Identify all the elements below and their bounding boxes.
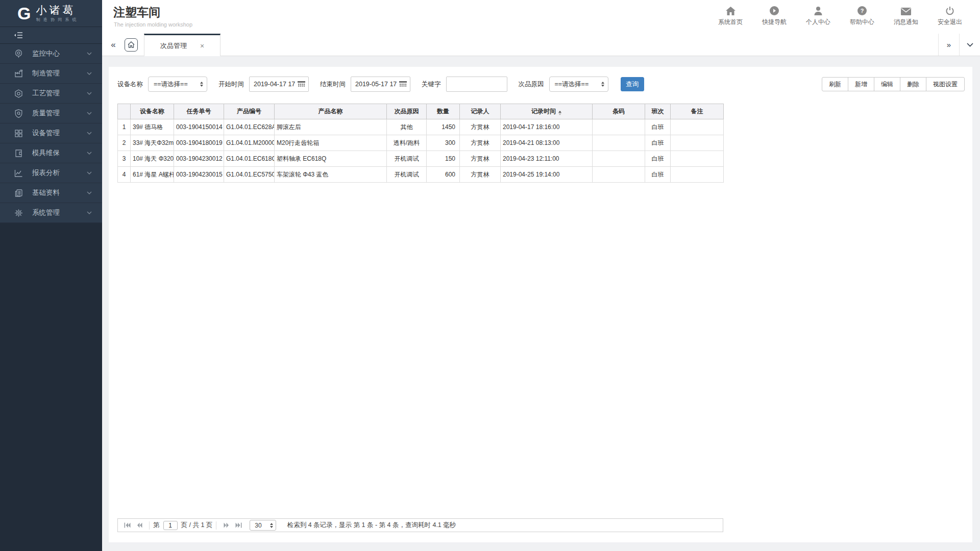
- col-recorder[interactable]: 记录人: [460, 104, 501, 119]
- keyword-input[interactable]: [446, 77, 507, 92]
- nav-system-home[interactable]: 系统首页: [708, 5, 752, 27]
- sidebar-item-equipment[interactable]: 设备管理: [0, 123, 102, 143]
- cell-product-name: 车架滚轮 Φ43 蓝色: [275, 167, 387, 183]
- sidebar-item-label: 系统管理: [32, 208, 60, 217]
- mail-icon: [901, 5, 911, 15]
- cell-task-no: 003-1904230012: [174, 151, 224, 167]
- prev-page-icon[interactable]: [133, 520, 145, 531]
- cell-task-no: 003-1904150014: [174, 119, 224, 135]
- chevron-down-icon: [87, 132, 92, 135]
- start-time-value: 2019-04-17 17: [254, 81, 298, 88]
- sidebar-collapse-row: [0, 27, 102, 44]
- sidebar-collapse-icon[interactable]: [13, 31, 23, 39]
- tab-defect-management[interactable]: 次品管理 ×: [144, 34, 220, 56]
- nav-user-center[interactable]: 个人中心: [796, 5, 840, 27]
- col-defect-reason[interactable]: 次品原因: [387, 104, 427, 119]
- last-page-icon[interactable]: [232, 520, 244, 531]
- edit-button[interactable]: 编辑: [874, 77, 900, 91]
- add-button[interactable]: 新增: [848, 77, 874, 91]
- page-number-input[interactable]: [163, 521, 178, 530]
- tabs-menu-chevron-icon[interactable]: [960, 34, 980, 56]
- col-product-name[interactable]: 产品名称: [275, 104, 387, 119]
- col-record-time[interactable]: 记录时间: [501, 104, 593, 119]
- cell-rownum: 2: [118, 135, 131, 151]
- next-page-icon[interactable]: [220, 520, 232, 531]
- logo-g-icon: G: [17, 5, 31, 22]
- nav-quick-nav[interactable]: 快捷导航: [752, 5, 796, 27]
- defect-table: 设备名称 任务单号 产品编号 产品名称 次品原因 数量 记录人 记录时间 条码 …: [117, 104, 724, 183]
- calendar-icon[interactable]: [399, 81, 407, 88]
- header-nav: 系统首页 快捷导航 个人中心 ? 帮助中心 消息通知 安全退出: [708, 5, 972, 27]
- end-time-input[interactable]: 2019-05-17 17: [351, 77, 410, 92]
- sidebar-item-manufacture[interactable]: 制造管理: [0, 64, 102, 84]
- col-barcode[interactable]: 条码: [593, 104, 645, 119]
- col-quantity[interactable]: 数量: [427, 104, 460, 119]
- page-label: 第: [153, 521, 160, 530]
- tab-close-icon[interactable]: ×: [200, 42, 204, 50]
- defect-reason-label: 次品原因: [519, 80, 544, 89]
- nav-label: 帮助中心: [850, 18, 874, 27]
- nav-logout[interactable]: 安全退出: [928, 5, 972, 27]
- cell-product-name: M20行走齿轮箱: [275, 135, 387, 151]
- tab-label: 次品管理: [160, 41, 187, 51]
- table-row[interactable]: 1 39# 德马格 003-1904150014 G1.04.01.EC628A…: [118, 119, 724, 135]
- tabbar-right-controls: »: [938, 34, 980, 56]
- nav-help-center[interactable]: ? 帮助中心: [840, 5, 884, 27]
- refresh-button[interactable]: 刷新: [822, 77, 848, 91]
- col-record-time-label: 记录时间: [531, 108, 556, 115]
- cell-product-no: G1.04.01.EC618Q1: [224, 151, 275, 167]
- view-settings-button[interactable]: 视图设置: [926, 77, 965, 91]
- calendar-icon[interactable]: [298, 81, 305, 88]
- start-time-input[interactable]: 2019-04-17 17: [249, 77, 309, 92]
- sidebar-item-mold[interactable]: 模具维保: [0, 143, 102, 163]
- cell-product-no: G1.04.01.EC57508: [224, 167, 275, 183]
- nav-messages[interactable]: 消息通知: [884, 5, 928, 27]
- table-row[interactable]: 3 10# 海天 Φ320 003-1904230012 G1.04.01.EC…: [118, 151, 724, 167]
- sidebar-item-label: 基础资料: [32, 188, 60, 197]
- defect-reason-select[interactable]: ==请选择==: [549, 77, 608, 92]
- sidebar-item-system[interactable]: 系统管理: [0, 203, 102, 223]
- cell-defect-reason: 开机调试: [387, 151, 427, 167]
- device-name-select[interactable]: ==请选择==: [148, 77, 207, 92]
- chevron-down-icon: [87, 92, 92, 95]
- delete-button[interactable]: 删除: [900, 77, 926, 91]
- col-remark[interactable]: 备注: [671, 104, 724, 119]
- tabs-scroll-left-icon[interactable]: «: [102, 34, 125, 56]
- sidebar-item-report[interactable]: 报表分析: [0, 163, 102, 183]
- sidebar-item-quality[interactable]: 质量管理: [0, 104, 102, 123]
- page-title: 注塑车间: [113, 5, 160, 20]
- select-spinner-icon: [601, 82, 604, 87]
- sidebar-item-process[interactable]: 工艺管理: [0, 84, 102, 104]
- sidebar-item-monitor[interactable]: 监控中心: [0, 44, 102, 64]
- cell-defect-reason: 开机调试: [387, 167, 427, 183]
- chevron-down-icon: [87, 152, 92, 155]
- page-subtitle: The injection molding workshop: [114, 21, 192, 28]
- col-shift[interactable]: 班次: [645, 104, 671, 119]
- table-row[interactable]: 2 33# 海天Φ32m 003-1904180019 G1.04.01.M20…: [118, 135, 724, 151]
- gear-icon: [13, 208, 23, 218]
- pagination-bar: 第 页 / 共 1 页 30 检索到 4 条记录，显示 第 1 条 - 第 4 …: [117, 518, 723, 532]
- col-product-no[interactable]: 产品编号: [224, 104, 275, 119]
- search-button[interactable]: 查询: [621, 77, 644, 91]
- tabs-scroll-right-icon[interactable]: »: [939, 34, 959, 56]
- brand-logo[interactable]: G 小诸葛 制 造 协 同 系 统: [0, 0, 102, 27]
- table-row[interactable]: 4 61# 海星 A螺杆 003-1904230015 G1.04.01.EC5…: [118, 167, 724, 183]
- chart-icon: [13, 168, 23, 178]
- home-outline-icon: [128, 41, 135, 48]
- page-size-select[interactable]: 30: [250, 520, 276, 531]
- page-total-label: 页 / 共 1 页: [181, 521, 213, 530]
- col-device[interactable]: 设备名称: [131, 104, 174, 119]
- cell-recorder: 方贯林: [460, 167, 501, 183]
- action-button-group: 刷新 新增 编辑 删除 视图设置: [822, 77, 965, 91]
- first-page-icon[interactable]: [121, 520, 133, 531]
- cell-recorder: 方贯林: [460, 151, 501, 167]
- sidebar-item-basedata[interactable]: 基础资料: [0, 183, 102, 203]
- col-task-no[interactable]: 任务单号: [174, 104, 224, 119]
- mold-icon: [13, 148, 23, 158]
- nav-label: 系统首页: [718, 18, 743, 27]
- cell-task-no: 003-1904230015: [174, 167, 224, 183]
- cell-record-time: 2019-04-21 08:13:00: [501, 135, 593, 151]
- tab-home-button[interactable]: [125, 38, 138, 52]
- power-icon: [945, 5, 954, 15]
- shield-icon: [13, 108, 23, 118]
